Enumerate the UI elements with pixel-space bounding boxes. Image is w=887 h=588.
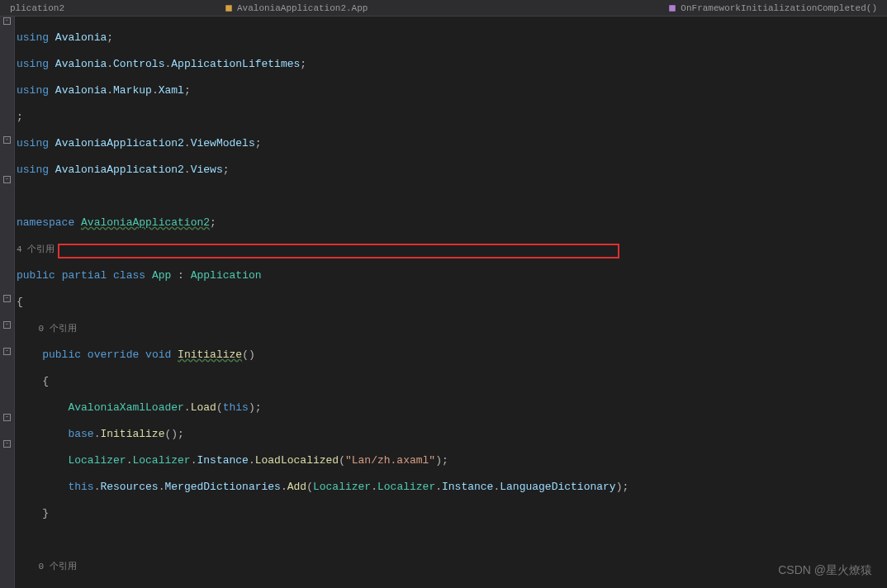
method-icon xyxy=(668,4,676,12)
tab-bar: plication2 AvaloniaApplication2.App OnFr… xyxy=(0,0,887,17)
breadcrumb-item-1[interactable]: plication2 xyxy=(0,3,74,13)
codelens-0-refs-2[interactable]: 0 个引用 xyxy=(17,560,887,573)
fold-gutter[interactable]: - - - - - - - - xyxy=(0,17,15,588)
svg-rect-0 xyxy=(225,5,232,12)
breadcrumb-item-2[interactable]: AvaloniaApplication2.App xyxy=(215,3,377,13)
code-editor[interactable]: using Avalonia; using Avalonia.Controls.… xyxy=(15,17,887,588)
codelens-0-refs[interactable]: 0 个引用 xyxy=(17,322,887,335)
watermark: CSDN @星火燎猿 xyxy=(778,563,872,578)
breadcrumb-item-3[interactable]: OnFrameworkInitializationCompleted() xyxy=(658,3,887,13)
class-icon xyxy=(225,4,233,12)
svg-rect-1 xyxy=(670,5,676,12)
editor-area: - - - - - - - - using Avalonia; using Av… xyxy=(0,17,887,588)
codelens-4-refs[interactable]: 4 个引用 xyxy=(17,243,887,256)
